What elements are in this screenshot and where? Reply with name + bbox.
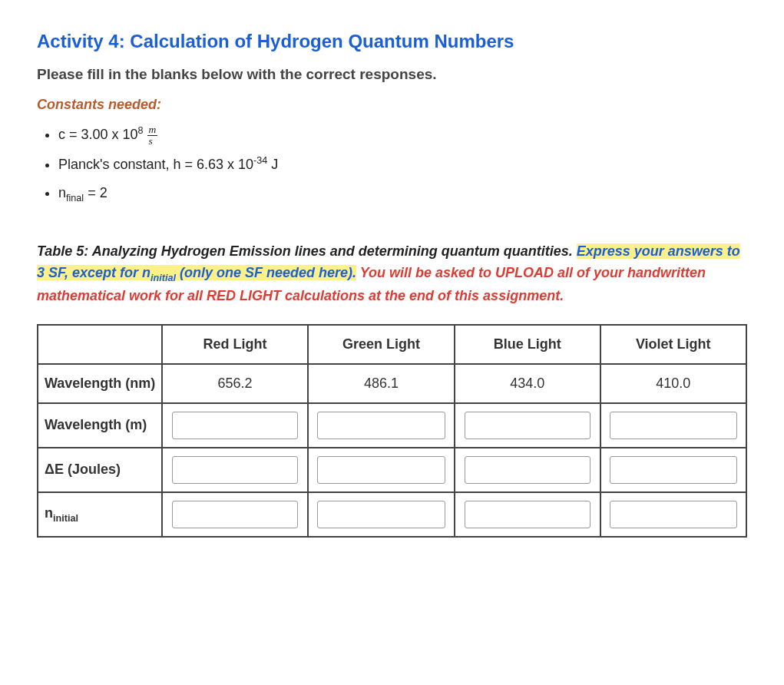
cell-wl-m-red: [162, 403, 307, 448]
row-wavelength-nm: Wavelength (nm) 656.2 486.1 434.0 410.0: [38, 364, 746, 403]
n-initial-sub: initial: [53, 512, 78, 523]
c-unit-num: m: [147, 124, 158, 136]
c-unit-den: s: [147, 136, 158, 147]
input-de-blue[interactable]: [465, 456, 591, 484]
input-ni-violet[interactable]: [610, 501, 737, 528]
input-wl-m-red[interactable]: [172, 412, 299, 439]
instruction-text: Please fill in the blanks below with the…: [37, 66, 747, 83]
input-ni-green[interactable]: [317, 501, 445, 528]
c-exponent: 8: [138, 125, 144, 136]
constants-list: c = 3.00 x 108 m s Planck's constant, h …: [58, 124, 747, 206]
row-label-wavelength-nm: Wavelength (nm): [38, 364, 162, 403]
table-header-row: Red Light Green Light Blue Light Violet …: [38, 325, 746, 364]
cell-ni-red: [162, 492, 307, 537]
row-label-wavelength-m: Wavelength (m): [38, 403, 162, 448]
cell-de-red: [162, 448, 307, 492]
n-prefix: n: [58, 185, 66, 200]
c-unit-fraction: m s: [147, 124, 158, 146]
h-exponent: -34: [253, 155, 267, 166]
cell-ni-violet: [600, 492, 746, 537]
header-blue: Blue Light: [455, 325, 600, 364]
row-delta-e: ΔE (Joules): [38, 448, 746, 492]
input-wl-m-green[interactable]: [317, 412, 445, 439]
cell-ni-blue: [455, 492, 600, 537]
cell-wl-nm-blue: 434.0: [455, 364, 600, 403]
cell-de-violet: [600, 448, 746, 492]
cell-de-green: [308, 448, 455, 492]
header-violet: Violet Light: [600, 325, 746, 364]
input-de-green[interactable]: [317, 456, 445, 484]
constants-heading: Constants needed:: [37, 97, 747, 113]
row-wavelength-m: Wavelength (m): [38, 403, 746, 448]
cell-de-blue: [455, 448, 600, 492]
header-green: Green Light: [308, 325, 455, 364]
input-de-violet[interactable]: [610, 456, 737, 484]
cell-wl-m-violet: [600, 403, 746, 448]
constant-c: c = 3.00 x 108 m s: [58, 124, 747, 146]
input-wl-m-blue[interactable]: [465, 412, 591, 439]
h-base: Planck's constant, h = 6.63 x 10: [58, 157, 253, 172]
n-sub: final: [66, 193, 84, 204]
c-base: c = 3.00 x 10: [58, 127, 138, 142]
corner-cell: [38, 325, 162, 364]
caption-hl2: (only one SF needed here).: [176, 265, 356, 280]
input-de-red[interactable]: [172, 456, 299, 484]
cell-wl-m-blue: [455, 403, 600, 448]
table-caption: Table 5: Analyzing Hydrogen Emission lin…: [37, 241, 747, 307]
n-initial-prefix: n: [45, 505, 53, 521]
data-table: Red Light Green Light Blue Light Violet …: [37, 324, 747, 538]
input-ni-blue[interactable]: [465, 501, 591, 528]
activity-title: Activity 4: Calculation of Hydrogen Quan…: [37, 31, 747, 52]
cell-wl-nm-red: 656.2: [162, 364, 307, 403]
row-label-delta-e: ΔE (Joules): [38, 448, 162, 492]
input-wl-m-violet[interactable]: [610, 412, 737, 439]
caption-lead: Table 5: Analyzing Hydrogen Emission lin…: [37, 243, 577, 259]
row-label-n-initial: ninitial: [38, 492, 162, 537]
cell-ni-green: [308, 492, 455, 537]
row-n-initial: ninitial: [38, 492, 746, 537]
header-red: Red Light: [162, 325, 307, 364]
caption-hl-sub: initial: [151, 272, 176, 283]
input-ni-red[interactable]: [172, 501, 299, 528]
h-unit: J: [267, 157, 278, 172]
cell-wl-nm-violet: 410.0: [600, 364, 746, 403]
cell-wl-nm-green: 486.1: [308, 364, 455, 403]
constant-n-final: nfinal = 2: [58, 183, 747, 205]
constant-h: Planck's constant, h = 6.63 x 10-34 J: [58, 154, 747, 175]
n-value: = 2: [84, 185, 108, 200]
cell-wl-m-green: [308, 403, 455, 448]
